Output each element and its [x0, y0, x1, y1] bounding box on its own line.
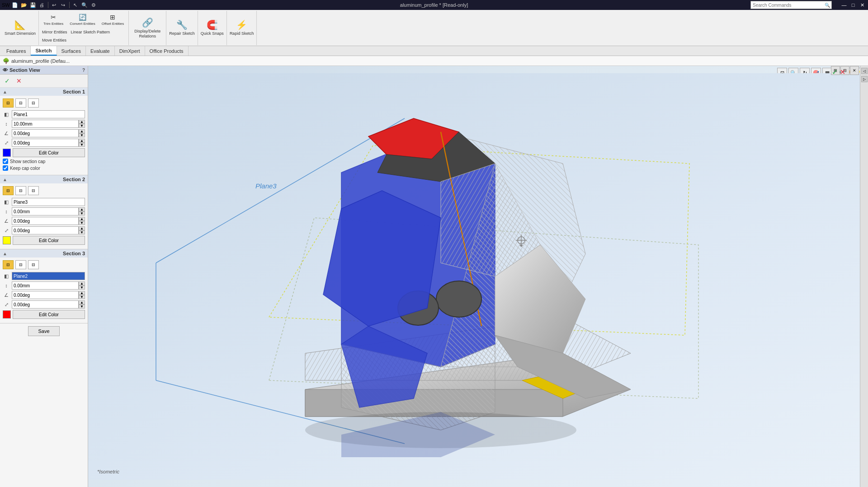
panel-header: 👁 Section View ? [0, 66, 88, 75]
section2-offset-down[interactable]: ▼ [79, 211, 85, 215]
save-button[interactable]: Save [28, 326, 60, 336]
maximize-button[interactable]: □ [849, 1, 857, 9]
repair-icon: 🔧 [176, 19, 188, 30]
section1-angle2-input[interactable] [12, 139, 79, 147]
undo-button[interactable]: ↩ [50, 1, 58, 9]
section1-plane-row: ◧ [3, 110, 85, 118]
section1-angle1-up[interactable]: ▲ [79, 129, 85, 133]
select-button[interactable]: ↖ [71, 1, 80, 9]
tab-evaluate[interactable]: Evaluate [86, 46, 115, 56]
tab-sketch[interactable]: Sketch [31, 46, 57, 56]
section2-angle1-down[interactable]: ▼ [79, 221, 85, 225]
section2-header[interactable]: ▲ Section 2 [0, 175, 88, 183]
panel-help-btn[interactable]: ? [82, 68, 85, 73]
offset-entities-tool[interactable]: ⊞ Offset Entities [99, 13, 127, 27]
section3-angle1-down[interactable]: ▼ [79, 295, 85, 299]
section1-show-cap-checkbox[interactable] [3, 159, 8, 164]
section2-right-plane-btn[interactable]: ⊟ [15, 186, 26, 195]
section1-offset-down[interactable]: ▼ [79, 124, 85, 128]
viewport-ok-btn[interactable]: ✓ [832, 68, 838, 76]
options-button[interactable]: ⚙ [90, 1, 98, 9]
section2-color-swatch[interactable] [3, 236, 11, 244]
section1-keep-cap-checkbox[interactable] [3, 165, 8, 171]
section2-angle2-input[interactable] [12, 226, 79, 234]
section3-angle1-input[interactable] [12, 291, 79, 299]
section3-top-plane-btn[interactable]: ⊟ [28, 260, 39, 269]
open-button[interactable]: 📂 [20, 1, 28, 9]
section1-angle2-up[interactable]: ▲ [79, 139, 85, 143]
trim-entities-tool[interactable]: ✂ Trim Entities [41, 13, 66, 27]
close-button[interactable]: ✕ [858, 1, 866, 9]
section1-color-swatch[interactable] [3, 149, 11, 157]
new-button[interactable]: 📄 [11, 1, 19, 9]
section2-front-plane-btn[interactable]: ⊟ [3, 186, 14, 195]
section2-top-plane-btn[interactable]: ⊟ [28, 186, 39, 195]
section2-offset-up[interactable]: ▲ [79, 207, 85, 211]
collapse-right-btn[interactable]: ◁ [861, 68, 868, 74]
section1-offset-input[interactable] [12, 120, 79, 128]
section3-angle2-row: ⤢ ▲ ▼ [3, 300, 85, 309]
tab-surfaces[interactable]: Surfaces [57, 46, 86, 56]
section1-right-plane-btn[interactable]: ⊟ [15, 98, 26, 108]
mirror-entities-btn[interactable]: Mirror Entities [41, 29, 69, 35]
redo-button[interactable]: ↪ [59, 1, 67, 9]
section1-front-plane-btn[interactable]: ⊟ [3, 98, 14, 108]
section1-edit-color-btn[interactable]: Edit Color [13, 148, 85, 157]
smart-dimension-tool[interactable]: 📐 Smart Dimension [2, 11, 39, 45]
quick-snaps-tool[interactable]: 🧲 Quick Snaps [198, 11, 227, 45]
cancel-button[interactable]: ✕ [14, 76, 24, 85]
expand-right-btn[interactable]: ▷ [861, 76, 868, 82]
section3-front-plane-btn[interactable]: ⊟ [3, 260, 14, 269]
section2-angle2-up[interactable]: ▲ [79, 226, 85, 230]
linear-sketch-btn[interactable]: Linear Sketch Pattern [70, 29, 112, 35]
section3-angle1-up[interactable]: ▲ [79, 291, 85, 295]
feature-tree-item[interactable]: aluminum_profile (Defau... [11, 58, 70, 64]
section1-angle1-down[interactable]: ▼ [79, 133, 85, 137]
section3-offset-input[interactable] [12, 281, 79, 290]
section2-angle2-row: ⤢ ▲ ▼ [3, 226, 85, 234]
section1-header[interactable]: ▲ Section 1 [0, 88, 88, 96]
ok-button[interactable]: ✓ [3, 76, 12, 85]
section3-angle2-wrap: ▲ ▼ [12, 300, 85, 309]
zoom-button[interactable]: 🔍 [80, 1, 89, 9]
tab-office-products[interactable]: Office Products [145, 46, 189, 56]
print-button[interactable]: 🖨 [38, 1, 46, 9]
section3-header[interactable]: ▲ Section 3 [0, 249, 88, 258]
convert-entities-tool[interactable]: 🔄 Convert Entities [67, 13, 98, 27]
move-entities-btn[interactable]: Move Entities [41, 37, 68, 43]
section1-angle1-input[interactable] [12, 129, 79, 137]
section3-color-swatch[interactable] [3, 310, 11, 318]
viewport-cancel-btn[interactable]: ✕ [840, 68, 845, 76]
section3-right-plane-btn[interactable]: ⊟ [15, 260, 26, 269]
section3-angle2-input[interactable] [12, 300, 79, 309]
close-viewport-btn[interactable]: ✕ [850, 66, 859, 75]
search-box-area[interactable]: 🔍 [750, 1, 832, 9]
section1-top-plane-btn[interactable]: ⊟ [28, 98, 39, 108]
section3-angle2-spinners: ▲ ▼ [79, 300, 85, 309]
repair-sketch-tool[interactable]: 🔧 Repair Sketch [166, 11, 198, 45]
section2-angle1-up[interactable]: ▲ [79, 217, 85, 221]
tab-features[interactable]: Features [2, 46, 31, 56]
viewport[interactable]: ⊡ 🔍 ↻ 🎯 ▦ ⊟ 🎨 💡 [88, 66, 868, 487]
section1-plane-input[interactable] [12, 110, 85, 118]
section2-angle1-input[interactable] [12, 217, 79, 225]
rapid-sketch-tool[interactable]: ⚡ Rapid Sketch [227, 11, 257, 45]
tab-dimxpert[interactable]: DimXpert [115, 46, 145, 56]
section1-angle2-down[interactable]: ▼ [79, 143, 85, 147]
minimize-button[interactable]: — [840, 1, 848, 9]
section3-offset-up[interactable]: ▲ [79, 281, 85, 286]
section3-offset-down[interactable]: ▼ [79, 286, 85, 290]
section2-edit-color-btn[interactable]: Edit Color [13, 236, 85, 245]
display-delete-tool[interactable]: 🔗 Display/Delete Relations [129, 11, 166, 45]
save-quick-button[interactable]: 💾 [29, 1, 37, 9]
section2-offset-input[interactable] [12, 207, 79, 215]
section1-offset-up[interactable]: ▲ [79, 120, 85, 124]
section2-angle2-down[interactable]: ▼ [79, 230, 85, 234]
section2-plane-input[interactable] [12, 198, 85, 206]
section3-plane-input[interactable] [12, 272, 85, 280]
section1-angle2-icon: ⤢ [3, 139, 10, 146]
section3-angle2-up[interactable]: ▲ [79, 300, 85, 304]
section3-edit-color-btn[interactable]: Edit Color [13, 310, 85, 319]
search-input[interactable] [751, 1, 823, 9]
section3-angle2-down[interactable]: ▼ [79, 304, 85, 309]
